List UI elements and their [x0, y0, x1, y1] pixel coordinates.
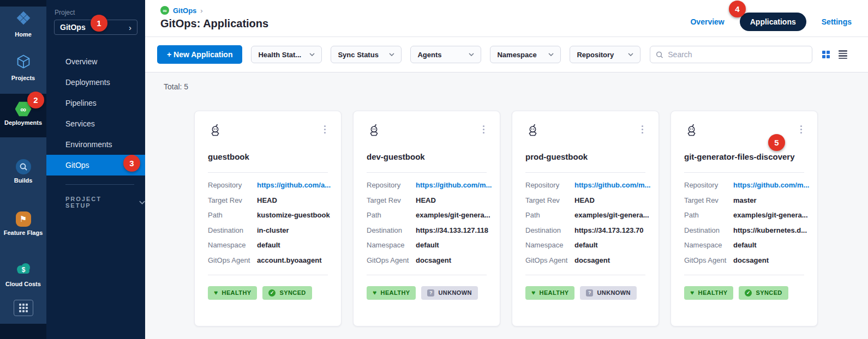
target-rev-value: HEAD [416, 196, 436, 204]
health-status-badge: ♥HEALTHY [684, 286, 733, 300]
sync-state-icon: ✓ [268, 289, 276, 296]
sync-status-badge: ?UNKNOWN [580, 286, 636, 300]
filter-health-status[interactable]: Health Stat... [251, 46, 322, 63]
project-setup-toggle[interactable]: PROJECT SETUP [65, 196, 145, 209]
projects-icon [15, 53, 32, 72]
application-name[interactable]: guestbook [208, 152, 328, 161]
page-title: GitOps: Applications [160, 17, 268, 30]
rail-item-home[interactable]: Home [0, 10, 46, 38]
application-name[interactable]: git-generator-files-discovery [684, 152, 804, 161]
card-menu-kebab-icon[interactable] [322, 123, 328, 136]
repository-link[interactable]: https://github.com/m... [574, 181, 650, 189]
filter-repository[interactable]: Repository [570, 46, 640, 63]
new-application-button[interactable]: + New Application [157, 45, 242, 64]
health-status-badge: ♥HEALTHY [208, 286, 257, 300]
field-label: GitOps Agent [684, 256, 733, 264]
field-label: Namespace [525, 241, 574, 249]
chevron-down-icon [309, 53, 315, 56]
namespace-value: default [574, 241, 598, 249]
tab-overview[interactable]: Overview [690, 17, 724, 26]
grid-view-icon[interactable] [822, 51, 830, 58]
list-view-icon[interactable] [839, 50, 847, 59]
field-label: Destination [367, 226, 416, 234]
filter-agents[interactable]: Agents [410, 46, 481, 63]
agent-value: docsagent [733, 256, 769, 264]
chevron-down-icon [469, 53, 474, 56]
toolbar: + New Application Health Stat... Sync St… [145, 37, 868, 72]
field-label: Destination [684, 226, 733, 234]
application-card[interactable]: dev-guestbook Repositoryhttps://github.c… [353, 111, 500, 326]
tab-settings[interactable]: Settings [822, 17, 852, 26]
header-nav: Overview Applications Settings [690, 7, 852, 37]
agent-value: docsagent [416, 256, 451, 264]
search-box [650, 46, 812, 63]
application-card[interactable]: prod-guestbook Repositoryhttps://github.… [512, 111, 659, 326]
heart-icon: ♥ [690, 289, 695, 296]
path-value: examples/git-genera... [574, 211, 649, 219]
field-label: Repository [525, 181, 574, 189]
sidebar-divider [65, 184, 134, 185]
rail-label-home: Home [15, 31, 32, 38]
breadcrumb-gitops-link[interactable]: GitOps [173, 7, 196, 15]
filter-sync-status[interactable]: Sync Status [331, 46, 402, 63]
view-toggle [822, 50, 847, 59]
annotation-marker-1: 1 [91, 15, 107, 32]
sidebar-item-pipelines[interactable]: Pipelines [46, 93, 145, 113]
annotation-marker-2: 2 [27, 92, 44, 108]
annotation-marker-4: 4 [729, 1, 746, 17]
search-input[interactable] [668, 50, 806, 59]
sidebar-item-services[interactable]: Services [46, 113, 145, 134]
rail-item-projects[interactable]: Projects [0, 53, 46, 82]
field-label: Repository [684, 181, 733, 189]
rail-item-feature-flags[interactable]: ⚑ Feature Flags [0, 211, 46, 237]
rail-label-deployments: Deployments [4, 119, 42, 126]
repository-link[interactable]: https://github.com/m... [416, 181, 492, 189]
rail-bottom-strip [0, 324, 46, 339]
rail-item-cloud-costs[interactable]: $ Cloud Costs [0, 262, 46, 288]
repository-link[interactable]: https://github.com/a... [257, 181, 331, 189]
namespace-value: default [733, 241, 757, 249]
sync-state-icon: ? [427, 289, 434, 296]
application-name[interactable]: dev-guestbook [367, 152, 487, 161]
card-menu-kebab-icon[interactable] [639, 123, 645, 136]
sidebar-item-environments[interactable]: Environments [46, 134, 145, 155]
sidebar-item-overview[interactable]: Overview [46, 51, 145, 72]
repository-link[interactable]: https://github.com/m... [733, 181, 809, 189]
card-menu-kebab-icon[interactable] [798, 123, 804, 136]
field-label: Destination [525, 226, 574, 234]
target-rev-value: HEAD [574, 196, 595, 204]
total-count: Total: 5 [164, 82, 868, 91]
field-label: Repository [367, 181, 416, 189]
field-label: Path [525, 211, 574, 219]
chevron-down-icon [139, 201, 145, 204]
home-icon [15, 10, 32, 28]
rail-label-builds: Builds [14, 177, 33, 184]
target-rev-value: HEAD [257, 196, 277, 204]
destination-value: https://34.173.123.70 [574, 226, 643, 234]
field-label: Destination [208, 226, 257, 234]
application-card[interactable]: git-generator-files-discovery Repository… [671, 111, 818, 326]
card-menu-kebab-icon[interactable] [481, 123, 487, 136]
chevron-down-icon [628, 53, 633, 56]
application-card[interactable]: guestbook Repositoryhttps://github.com/a… [194, 111, 342, 326]
sync-state-icon: ? [586, 289, 593, 296]
rail-top-strip [0, 0, 46, 7]
field-label: Repository [208, 181, 257, 189]
builds-icon [16, 159, 31, 174]
filter-namespace[interactable]: Namespace [490, 46, 561, 63]
sync-state-icon: ✓ [745, 289, 752, 296]
tab-applications[interactable]: Applications [740, 13, 806, 31]
field-label: Target Rev [208, 196, 257, 204]
application-name[interactable]: prod-guestbook [525, 152, 645, 161]
rail-label-projects: Projects [11, 75, 35, 82]
field-label: Namespace [367, 241, 416, 249]
argo-app-icon [367, 123, 381, 140]
sync-status-badge: ?UNKNOWN [421, 286, 477, 300]
page-header: ∞ GitOps › GitOps: Applications Overview… [145, 0, 868, 37]
module-switcher-grid-icon[interactable] [14, 300, 33, 316]
sidebar-item-deployments[interactable]: Deployments [46, 72, 145, 93]
field-label: Namespace [208, 241, 257, 249]
agent-value: account.byoaagent [257, 256, 321, 264]
rail-label-cloud-costs: Cloud Costs [5, 281, 41, 288]
rail-item-builds[interactable]: Builds [0, 159, 46, 184]
